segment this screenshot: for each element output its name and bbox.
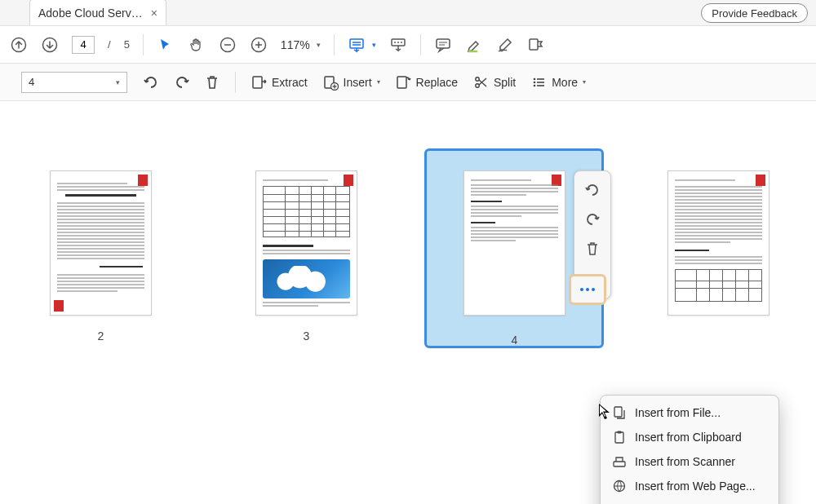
svg-point-10 <box>397 42 399 43</box>
chevron-down-icon: ▾ <box>583 78 586 86</box>
select-tool-icon[interactable] <box>157 36 175 54</box>
svg-point-23 <box>476 77 479 80</box>
comment-icon[interactable] <box>434 36 452 54</box>
page-display-icon[interactable] <box>389 36 407 54</box>
rotate-ccw-icon[interactable] <box>580 178 605 202</box>
insert-context-menu: Insert from File... Insert from Clipboar… <box>600 395 779 504</box>
document-tab[interactable]: Adobe Cloud Serv… × <box>29 0 166 25</box>
chevron-down-icon[interactable]: ▾ <box>317 41 321 49</box>
svg-point-24 <box>476 83 479 86</box>
svg-rect-17 <box>253 77 262 88</box>
split-label: Split <box>494 76 516 89</box>
separator <box>235 72 236 93</box>
scanner-icon <box>612 454 627 469</box>
sign-icon[interactable] <box>496 36 514 54</box>
extract-button[interactable]: Extract <box>251 74 308 91</box>
ctx-insert-blank-page[interactable]: Insert Blank Page <box>601 498 778 504</box>
page-thumbnail[interactable] <box>667 170 769 316</box>
rotate-cw-icon[interactable] <box>580 207 605 232</box>
page-thumbnail-area[interactable]: /*placeholder*/ 2 <box>0 101 816 504</box>
chevron-down-icon: ▾ <box>116 78 120 86</box>
feedback-label: Provide Feedback <box>712 7 797 20</box>
adobe-badge-icon <box>138 175 148 186</box>
adobe-badge-icon <box>54 300 64 312</box>
rotate-ccw-icon[interactable] <box>142 74 158 91</box>
svg-rect-33 <box>618 431 622 434</box>
page-separator: / <box>108 38 111 51</box>
replace-label: Replace <box>416 76 458 89</box>
ctx-label: Insert from Scanner <box>635 455 735 468</box>
page-thumbnail[interactable] <box>255 170 357 316</box>
zoom-out-icon[interactable] <box>219 36 237 54</box>
ctx-insert-from-scanner[interactable]: Insert from Scanner <box>601 449 778 474</box>
ctx-label: Insert from Clipboard <box>635 431 742 444</box>
separator <box>143 34 144 55</box>
page-total: 5 <box>124 38 130 51</box>
svg-rect-22 <box>397 77 406 88</box>
separator <box>420 34 421 55</box>
svg-rect-34 <box>614 462 625 466</box>
split-button[interactable]: Split <box>472 74 516 91</box>
svg-point-25 <box>534 77 536 80</box>
extract-label: Extract <box>272 76 308 89</box>
tab-bar: Adobe Cloud Serv… × Provide Feedback <box>0 0 816 26</box>
provide-feedback-button[interactable]: Provide Feedback <box>701 3 808 23</box>
fit-width-icon[interactable] <box>348 36 366 54</box>
chevron-down-icon: ▾ <box>377 78 380 86</box>
organize-toolbar: 4 ▾ Extract Insert ▾ Replace Split <box>0 64 816 101</box>
svg-rect-16 <box>530 39 538 50</box>
chevron-down-icon[interactable]: ▾ <box>372 41 376 49</box>
ctx-insert-from-webpage[interactable]: Insert from Web Page... <box>601 474 778 498</box>
separator <box>334 34 335 55</box>
svg-point-9 <box>394 42 396 43</box>
ctx-insert-from-clipboard[interactable]: Insert from Clipboard <box>601 425 778 449</box>
stamp-icon[interactable] <box>527 36 545 54</box>
adobe-badge-icon <box>344 175 353 186</box>
more-dots-icon <box>580 288 595 291</box>
svg-rect-12 <box>437 39 450 48</box>
cloud-image <box>263 259 350 298</box>
ctx-label: Insert from File... <box>635 406 721 419</box>
svg-rect-7 <box>350 39 363 48</box>
page-thumbnail[interactable]: /*placeholder*/ <box>50 170 152 316</box>
more-button[interactable]: More ▾ <box>530 74 586 91</box>
close-icon[interactable]: × <box>151 7 157 20</box>
page-range-value: 4 <box>29 76 34 88</box>
page-number-input[interactable] <box>72 36 95 54</box>
upload-icon[interactable] <box>10 36 28 54</box>
zoom-in-icon[interactable] <box>250 36 268 54</box>
zoom-level[interactable]: 117% <box>281 38 310 51</box>
insert-label: Insert <box>344 76 372 89</box>
globe-icon <box>612 479 627 493</box>
svg-point-29 <box>534 84 536 86</box>
page-thumbnail-selected[interactable] <box>463 170 565 316</box>
page-more-actions-button[interactable] <box>569 274 606 305</box>
ctx-insert-from-file[interactable]: Insert from File... <box>601 400 778 425</box>
more-label: More <box>552 76 578 89</box>
highlight-icon[interactable] <box>465 36 483 54</box>
trash-icon[interactable] <box>580 237 605 261</box>
clipboard-icon <box>612 430 627 444</box>
ctx-label: Insert from Web Page... <box>635 480 756 493</box>
tab-title: Adobe Cloud Serv… <box>38 7 143 20</box>
scissors-icon <box>472 74 489 91</box>
rotate-cw-icon[interactable] <box>173 74 189 91</box>
insert-button[interactable]: Insert ▾ <box>322 74 380 91</box>
replace-button[interactable]: Replace <box>395 74 458 91</box>
page-range-select[interactable]: 4 ▾ <box>21 72 127 93</box>
page-number-label: 3 <box>255 329 357 343</box>
hand-tool-icon[interactable] <box>188 36 206 54</box>
page-number-label: 4 <box>463 334 565 347</box>
download-icon[interactable] <box>41 36 59 54</box>
adobe-badge-icon <box>756 175 765 186</box>
svg-rect-32 <box>615 432 623 443</box>
extract-icon <box>251 74 267 91</box>
svg-rect-31 <box>614 407 622 417</box>
more-list-icon <box>530 74 547 91</box>
main-toolbar: / 5 117% ▾ ▾ <box>0 26 816 64</box>
page-number-label: 2 <box>50 329 152 343</box>
replace-icon <box>395 74 411 91</box>
svg-point-11 <box>401 42 402 43</box>
trash-icon[interactable] <box>204 74 220 91</box>
insert-icon <box>322 74 339 91</box>
